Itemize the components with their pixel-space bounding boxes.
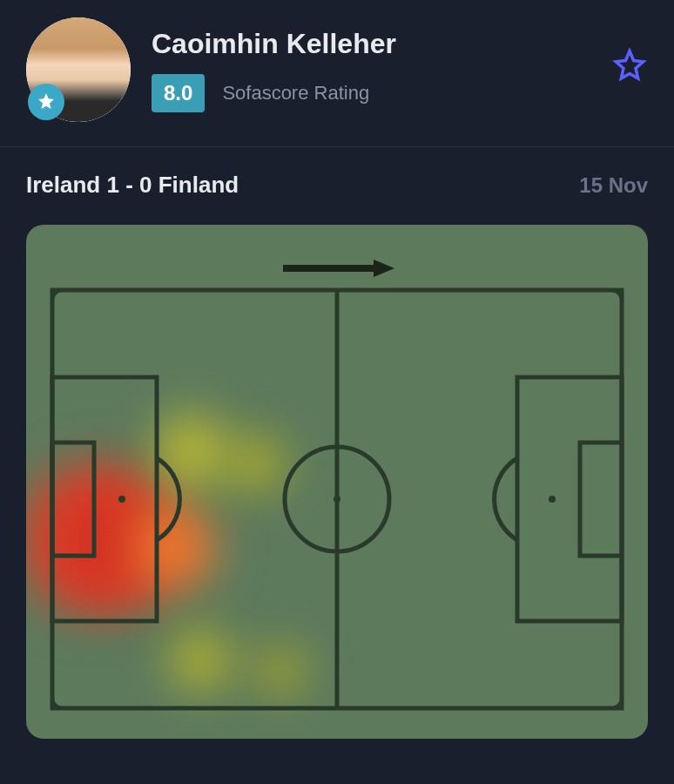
match-info-row: Ireland 1 - 0 Finland 15 Nov	[0, 154, 674, 216]
divider	[0, 146, 674, 147]
player-header: Caoimhin Kelleher 8.0 Sofascore Rating	[0, 0, 674, 139]
rating-row: 8.0 Sofascore Rating	[152, 74, 648, 112]
football-pitch	[26, 225, 648, 739]
direction-arrow-icon	[276, 258, 398, 282]
pitch-lines	[26, 225, 648, 739]
avatar-container	[26, 17, 131, 122]
rating-label: Sofascore Rating	[222, 82, 369, 105]
player-info: Caoimhin Kelleher 8.0 Sofascore Rating	[152, 28, 648, 112]
player-name: Caoimhin Kelleher	[152, 28, 648, 60]
heatmap-container	[0, 216, 674, 765]
svg-point-3	[334, 496, 340, 503]
star-outline-icon	[611, 48, 648, 84]
svg-rect-4	[52, 377, 157, 621]
svg-point-6	[118, 496, 125, 503]
match-score: Ireland 1 - 0 Finland	[26, 172, 239, 199]
svg-rect-7	[517, 377, 622, 621]
svg-rect-8	[580, 443, 622, 556]
rating-badge: 8.0	[152, 74, 205, 112]
svg-rect-5	[52, 443, 94, 556]
svg-point-9	[549, 496, 556, 503]
star-badge-icon	[28, 84, 64, 120]
favorite-star-button[interactable]	[611, 48, 648, 88]
match-date: 15 Nov	[579, 173, 648, 198]
